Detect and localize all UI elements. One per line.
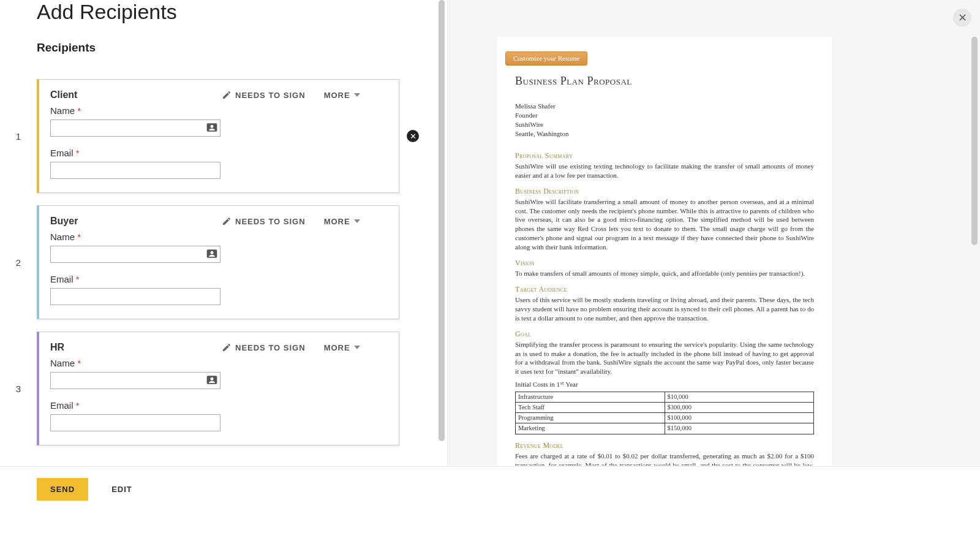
- remove-recipient-icon[interactable]: ✕: [407, 130, 419, 142]
- edit-button[interactable]: EDIT: [107, 478, 137, 501]
- doc-section-heading: Proposal Summary: [515, 151, 814, 161]
- costs-label: Initial Costs in 1ˢᵗ Year: [515, 380, 814, 389]
- more-dropdown[interactable]: MORE: [324, 91, 360, 100]
- doc-section-heading: Target Audience: [515, 284, 814, 294]
- doc-paragraph: SushiWire will use existing texting tech…: [515, 162, 814, 180]
- more-dropdown[interactable]: MORE: [324, 343, 360, 352]
- table-row: Marketing$150,000: [516, 423, 814, 434]
- more-label: MORE: [324, 343, 350, 352]
- needs-to-sign-dropdown[interactable]: NEEDS TO SIGN: [222, 343, 306, 352]
- name-input[interactable]: [50, 246, 221, 263]
- send-button[interactable]: SEND: [37, 478, 88, 501]
- recipient-row: 2BuyerNEEDS TO SIGNMOREName *Email *: [0, 205, 423, 319]
- email-input[interactable]: [50, 414, 221, 431]
- name-input[interactable]: [50, 119, 221, 137]
- row-number: 2: [0, 257, 37, 268]
- recipient-row: 3HRNEEDS TO SIGNMOREName *Email *: [0, 332, 423, 445]
- table-row: Programming$100,000: [516, 413, 814, 423]
- role-label: Buyer: [50, 216, 222, 227]
- close-icon[interactable]: ✕: [953, 9, 971, 27]
- needs-to-sign-label: NEEDS TO SIGN: [235, 91, 306, 100]
- right-scrollbar[interactable]: [971, 37, 978, 453]
- email-label: Email *: [50, 274, 222, 284]
- doc-title: Business Plan Proposal: [515, 74, 814, 88]
- name-label: Name *: [50, 358, 222, 368]
- email-label: Email *: [50, 400, 222, 411]
- recipient-row: 1ClientNEEDS TO SIGNMOREName *Email *✕: [0, 79, 423, 193]
- chevron-down-icon: [354, 346, 360, 349]
- doc-meta: Melissa Shafer Founder SushiWire Seattle…: [515, 102, 814, 138]
- left-scrollbar[interactable]: [439, 0, 445, 441]
- table-row: Tech Staff$300,000: [516, 403, 814, 413]
- pen-icon: [222, 216, 232, 226]
- doc-section-heading: Business Description: [515, 186, 814, 196]
- name-input[interactable]: [50, 372, 221, 389]
- footer: SEND EDIT: [0, 466, 980, 557]
- recipient-card: ClientNEEDS TO SIGNMOREName *Email *: [37, 79, 399, 193]
- table-row: Infrastructure$10,000: [516, 392, 814, 402]
- doc-paragraph: Users of this service will be mostly stu…: [515, 295, 814, 323]
- name-label: Name *: [50, 232, 222, 242]
- recipients-panel: Add Recipients Recipients 1ClientNEEDS T…: [0, 0, 447, 466]
- document-preview-panel: ✕ Customize your Resume Business Plan Pr…: [447, 0, 980, 466]
- email-input[interactable]: [50, 288, 221, 305]
- doc-paragraph: Simplifying the transfer process is para…: [515, 340, 814, 376]
- document-page: Customize your Resume Business Plan Prop…: [497, 37, 832, 466]
- chevron-down-icon: [354, 219, 360, 223]
- role-label: Client: [50, 89, 222, 100]
- doc-section-heading: Vision: [515, 258, 814, 268]
- recipient-card: BuyerNEEDS TO SIGNMOREName *Email *: [37, 205, 399, 319]
- email-input[interactable]: [50, 162, 221, 179]
- needs-to-sign-dropdown[interactable]: NEEDS TO SIGN: [222, 90, 306, 100]
- name-label: Name *: [50, 105, 222, 116]
- row-number: 3: [0, 384, 37, 394]
- role-label: HR: [50, 342, 222, 353]
- section-title: Recipients: [37, 41, 423, 55]
- doc-section-heading: Goal: [515, 329, 814, 339]
- doc-paragraph: To make transfers of small amounts of mo…: [515, 269, 814, 278]
- row-number: 1: [0, 131, 37, 142]
- chevron-down-icon: [354, 93, 360, 97]
- doc-paragraph: Fees are charged at a rate of $0.01 to $…: [515, 452, 814, 466]
- more-dropdown[interactable]: MORE: [324, 217, 360, 226]
- recipient-card: HRNEEDS TO SIGNMOREName *Email *: [37, 332, 399, 445]
- needs-to-sign-label: NEEDS TO SIGN: [235, 343, 306, 352]
- costs-table: Infrastructure$10,000Tech Staff$300,000P…: [515, 392, 814, 434]
- needs-to-sign-label: NEEDS TO SIGN: [235, 217, 306, 226]
- page-title: Add Recipients: [37, 0, 423, 24]
- more-label: MORE: [324, 91, 350, 100]
- pen-icon: [222, 343, 232, 352]
- doc-section-heading: Revenue Model: [515, 441, 814, 450]
- needs-to-sign-dropdown[interactable]: NEEDS TO SIGN: [222, 216, 306, 226]
- doc-paragraph: SushiWire will facilitate transferring a…: [515, 197, 814, 252]
- email-label: Email *: [50, 148, 222, 158]
- more-label: MORE: [324, 217, 350, 226]
- customize-resume-button[interactable]: Customize your Resume: [505, 51, 587, 66]
- pen-icon: [222, 90, 232, 100]
